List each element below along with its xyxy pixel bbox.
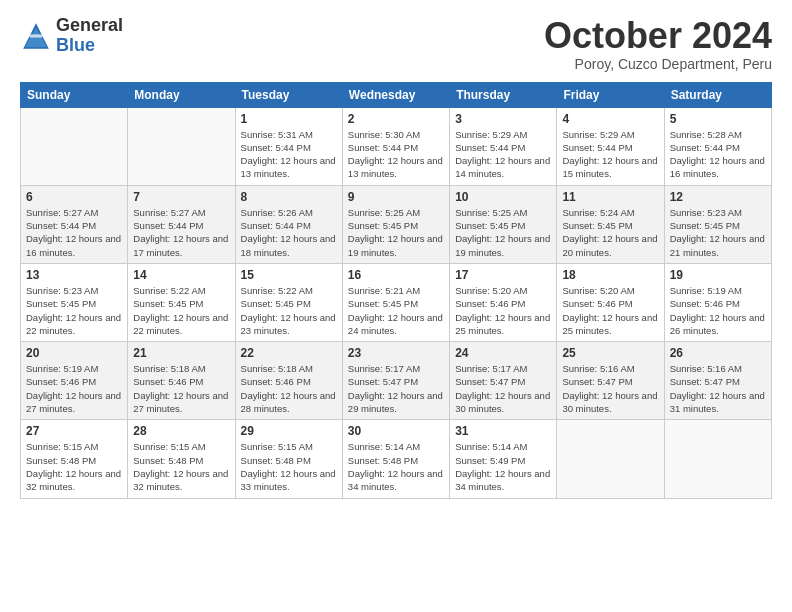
day-info: Sunrise: 5:19 AMSunset: 5:46 PMDaylight:… <box>670 284 766 337</box>
table-row: 19Sunrise: 5:19 AMSunset: 5:46 PMDayligh… <box>664 263 771 341</box>
day-number: 21 <box>133 346 229 360</box>
col-sunday: Sunday <box>21 82 128 107</box>
logo: General Blue <box>20 16 123 56</box>
day-info: Sunrise: 5:22 AMSunset: 5:45 PMDaylight:… <box>133 284 229 337</box>
table-row <box>21 107 128 185</box>
calendar-week-1: 1Sunrise: 5:31 AMSunset: 5:44 PMDaylight… <box>21 107 772 185</box>
day-number: 11 <box>562 190 658 204</box>
day-info: Sunrise: 5:15 AMSunset: 5:48 PMDaylight:… <box>241 440 337 493</box>
day-number: 5 <box>670 112 766 126</box>
day-info: Sunrise: 5:16 AMSunset: 5:47 PMDaylight:… <box>670 362 766 415</box>
table-row: 25Sunrise: 5:16 AMSunset: 5:47 PMDayligh… <box>557 342 664 420</box>
day-info: Sunrise: 5:22 AMSunset: 5:45 PMDaylight:… <box>241 284 337 337</box>
day-info: Sunrise: 5:18 AMSunset: 5:46 PMDaylight:… <box>241 362 337 415</box>
table-row <box>128 107 235 185</box>
day-number: 30 <box>348 424 444 438</box>
day-info: Sunrise: 5:15 AMSunset: 5:48 PMDaylight:… <box>133 440 229 493</box>
day-info: Sunrise: 5:24 AMSunset: 5:45 PMDaylight:… <box>562 206 658 259</box>
day-number: 31 <box>455 424 551 438</box>
calendar-week-2: 6Sunrise: 5:27 AMSunset: 5:44 PMDaylight… <box>21 185 772 263</box>
table-row: 17Sunrise: 5:20 AMSunset: 5:46 PMDayligh… <box>450 263 557 341</box>
day-number: 29 <box>241 424 337 438</box>
table-row: 29Sunrise: 5:15 AMSunset: 5:48 PMDayligh… <box>235 420 342 498</box>
day-info: Sunrise: 5:14 AMSunset: 5:49 PMDaylight:… <box>455 440 551 493</box>
table-row <box>664 420 771 498</box>
day-number: 6 <box>26 190 122 204</box>
day-number: 4 <box>562 112 658 126</box>
day-number: 1 <box>241 112 337 126</box>
table-row: 23Sunrise: 5:17 AMSunset: 5:47 PMDayligh… <box>342 342 449 420</box>
day-number: 22 <box>241 346 337 360</box>
col-saturday: Saturday <box>664 82 771 107</box>
day-info: Sunrise: 5:17 AMSunset: 5:47 PMDaylight:… <box>348 362 444 415</box>
day-info: Sunrise: 5:27 AMSunset: 5:44 PMDaylight:… <box>26 206 122 259</box>
day-number: 13 <box>26 268 122 282</box>
table-row: 21Sunrise: 5:18 AMSunset: 5:46 PMDayligh… <box>128 342 235 420</box>
col-monday: Monday <box>128 82 235 107</box>
col-friday: Friday <box>557 82 664 107</box>
page: General Blue October 2024 Poroy, Cuzco D… <box>0 0 792 612</box>
title-block: October 2024 Poroy, Cuzco Department, Pe… <box>544 16 772 72</box>
day-number: 25 <box>562 346 658 360</box>
day-number: 28 <box>133 424 229 438</box>
table-row: 15Sunrise: 5:22 AMSunset: 5:45 PMDayligh… <box>235 263 342 341</box>
day-info: Sunrise: 5:14 AMSunset: 5:48 PMDaylight:… <box>348 440 444 493</box>
table-row: 14Sunrise: 5:22 AMSunset: 5:45 PMDayligh… <box>128 263 235 341</box>
col-wednesday: Wednesday <box>342 82 449 107</box>
table-row: 7Sunrise: 5:27 AMSunset: 5:44 PMDaylight… <box>128 185 235 263</box>
table-row: 2Sunrise: 5:30 AMSunset: 5:44 PMDaylight… <box>342 107 449 185</box>
table-row: 18Sunrise: 5:20 AMSunset: 5:46 PMDayligh… <box>557 263 664 341</box>
day-info: Sunrise: 5:18 AMSunset: 5:46 PMDaylight:… <box>133 362 229 415</box>
table-row: 10Sunrise: 5:25 AMSunset: 5:45 PMDayligh… <box>450 185 557 263</box>
day-info: Sunrise: 5:25 AMSunset: 5:45 PMDaylight:… <box>455 206 551 259</box>
table-row: 3Sunrise: 5:29 AMSunset: 5:44 PMDaylight… <box>450 107 557 185</box>
table-row: 4Sunrise: 5:29 AMSunset: 5:44 PMDaylight… <box>557 107 664 185</box>
day-number: 14 <box>133 268 229 282</box>
table-row: 31Sunrise: 5:14 AMSunset: 5:49 PMDayligh… <box>450 420 557 498</box>
table-row: 26Sunrise: 5:16 AMSunset: 5:47 PMDayligh… <box>664 342 771 420</box>
day-number: 23 <box>348 346 444 360</box>
month-title: October 2024 <box>544 16 772 56</box>
day-info: Sunrise: 5:16 AMSunset: 5:47 PMDaylight:… <box>562 362 658 415</box>
table-row <box>557 420 664 498</box>
day-info: Sunrise: 5:30 AMSunset: 5:44 PMDaylight:… <box>348 128 444 181</box>
table-row: 28Sunrise: 5:15 AMSunset: 5:48 PMDayligh… <box>128 420 235 498</box>
header-row: Sunday Monday Tuesday Wednesday Thursday… <box>21 82 772 107</box>
logo-icon <box>20 20 52 52</box>
day-info: Sunrise: 5:31 AMSunset: 5:44 PMDaylight:… <box>241 128 337 181</box>
day-info: Sunrise: 5:21 AMSunset: 5:45 PMDaylight:… <box>348 284 444 337</box>
location-subtitle: Poroy, Cuzco Department, Peru <box>544 56 772 72</box>
day-number: 12 <box>670 190 766 204</box>
day-info: Sunrise: 5:19 AMSunset: 5:46 PMDaylight:… <box>26 362 122 415</box>
day-info: Sunrise: 5:28 AMSunset: 5:44 PMDaylight:… <box>670 128 766 181</box>
calendar-week-3: 13Sunrise: 5:23 AMSunset: 5:45 PMDayligh… <box>21 263 772 341</box>
table-row: 22Sunrise: 5:18 AMSunset: 5:46 PMDayligh… <box>235 342 342 420</box>
day-number: 10 <box>455 190 551 204</box>
logo-text: General Blue <box>56 16 123 56</box>
table-row: 6Sunrise: 5:27 AMSunset: 5:44 PMDaylight… <box>21 185 128 263</box>
day-number: 20 <box>26 346 122 360</box>
day-number: 7 <box>133 190 229 204</box>
day-info: Sunrise: 5:25 AMSunset: 5:45 PMDaylight:… <box>348 206 444 259</box>
day-number: 17 <box>455 268 551 282</box>
day-info: Sunrise: 5:23 AMSunset: 5:45 PMDaylight:… <box>26 284 122 337</box>
day-number: 18 <box>562 268 658 282</box>
day-info: Sunrise: 5:26 AMSunset: 5:44 PMDaylight:… <box>241 206 337 259</box>
table-row: 16Sunrise: 5:21 AMSunset: 5:45 PMDayligh… <box>342 263 449 341</box>
day-number: 26 <box>670 346 766 360</box>
table-row: 11Sunrise: 5:24 AMSunset: 5:45 PMDayligh… <box>557 185 664 263</box>
table-row: 12Sunrise: 5:23 AMSunset: 5:45 PMDayligh… <box>664 185 771 263</box>
header: General Blue October 2024 Poroy, Cuzco D… <box>20 16 772 72</box>
calendar-header: Sunday Monday Tuesday Wednesday Thursday… <box>21 82 772 107</box>
day-info: Sunrise: 5:23 AMSunset: 5:45 PMDaylight:… <box>670 206 766 259</box>
day-info: Sunrise: 5:20 AMSunset: 5:46 PMDaylight:… <box>562 284 658 337</box>
table-row: 13Sunrise: 5:23 AMSunset: 5:45 PMDayligh… <box>21 263 128 341</box>
calendar-body: 1Sunrise: 5:31 AMSunset: 5:44 PMDaylight… <box>21 107 772 498</box>
day-number: 16 <box>348 268 444 282</box>
table-row: 30Sunrise: 5:14 AMSunset: 5:48 PMDayligh… <box>342 420 449 498</box>
logo-general-text: General <box>56 16 123 36</box>
calendar-week-5: 27Sunrise: 5:15 AMSunset: 5:48 PMDayligh… <box>21 420 772 498</box>
day-number: 19 <box>670 268 766 282</box>
day-info: Sunrise: 5:20 AMSunset: 5:46 PMDaylight:… <box>455 284 551 337</box>
col-thursday: Thursday <box>450 82 557 107</box>
